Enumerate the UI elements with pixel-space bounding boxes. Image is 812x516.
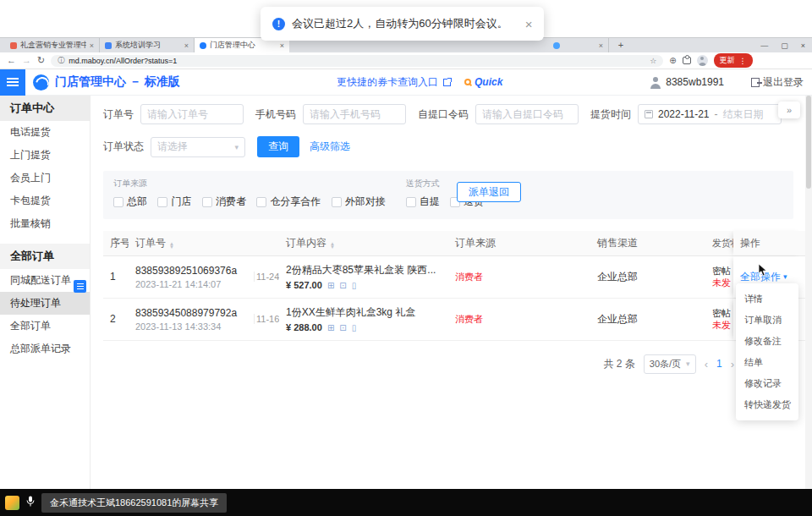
chevron-down-icon[interactable]: ▾ bbox=[783, 272, 787, 281]
pickup-time-label: 提货时间 bbox=[590, 107, 631, 122]
new-tab-button[interactable]: + bbox=[615, 40, 627, 52]
checkbox-self-pickup[interactable]: 自提 bbox=[406, 195, 440, 209]
sales-channel-cell: 企业总部 bbox=[590, 270, 710, 284]
logout-button[interactable]: 退出登录 bbox=[751, 75, 804, 90]
panel-expand-button[interactable]: » bbox=[778, 102, 800, 118]
checkbox-box[interactable] bbox=[202, 197, 212, 207]
checkbox-store[interactable]: 门店 bbox=[157, 195, 191, 209]
tab-close-icon[interactable]: × bbox=[184, 41, 189, 50]
order-content-text: 1份XX生鲜羊肉礼盒3kg 礼盒 bbox=[286, 305, 442, 320]
order-no-input[interactable] bbox=[140, 104, 244, 124]
prev-page-button[interactable]: ‹ bbox=[705, 358, 708, 371]
site-info-icon[interactable]: ⓘ bbox=[58, 56, 64, 65]
date-range-picker[interactable]: 2022-11-21 - 结束日期 bbox=[638, 104, 782, 124]
sort-icon[interactable]: ▲▼ bbox=[330, 242, 335, 249]
checkbox-label: 消费者 bbox=[216, 195, 246, 209]
checkbox-hq[interactable]: 总部 bbox=[113, 195, 147, 209]
toast-close-icon[interactable]: × bbox=[525, 17, 533, 31]
tab-favicon bbox=[553, 42, 560, 49]
info-icon: ! bbox=[272, 18, 285, 30]
sidebar-toggle-button[interactable] bbox=[0, 69, 25, 96]
menu-item-edit-log[interactable]: 修改记录 bbox=[736, 373, 798, 394]
sidebar-item-pending-orders[interactable]: 待处理订单 bbox=[0, 292, 90, 315]
user-account[interactable]: 8385wb1991 bbox=[649, 76, 724, 89]
pagination: 共 2 条 30条/页 ▾ ‹ 1 › bbox=[91, 354, 734, 374]
browser-tab-1[interactable]: 礼盒营销专业管理中心 × bbox=[5, 38, 100, 52]
back-icon[interactable]: ← bbox=[7, 56, 16, 65]
forward-icon[interactable]: → bbox=[22, 56, 31, 65]
sidebar-item-phone-pickup[interactable]: 电话提货 bbox=[0, 121, 90, 144]
checkbox-label: 自提 bbox=[420, 195, 440, 209]
page-scrollbar[interactable] bbox=[805, 96, 812, 489]
menu-item-express-ship[interactable]: 转快递发货 bbox=[736, 394, 798, 415]
update-label: 更新 bbox=[720, 55, 735, 66]
tab-label: 礼盒营销专业管理中心 bbox=[20, 40, 86, 51]
sidebar-item-door-pickup[interactable]: 上门提货 bbox=[0, 144, 90, 167]
tab-close-icon[interactable]: × bbox=[90, 41, 94, 50]
checkbox-box[interactable] bbox=[332, 197, 342, 207]
checkbox-box[interactable] bbox=[157, 197, 167, 207]
menu-item-detail[interactable]: 详情 bbox=[736, 288, 798, 310]
reload-icon[interactable]: ↻ bbox=[37, 56, 45, 65]
menu-item-cancel-order[interactable]: 订单取消 bbox=[736, 310, 798, 331]
checkbox-label: 外部对接 bbox=[345, 195, 386, 209]
checkbox-box[interactable] bbox=[256, 197, 266, 207]
browser-tab-partial[interactable]: × bbox=[548, 38, 609, 53]
window-minimize-icon[interactable]: — bbox=[760, 41, 768, 50]
sidebar-collapse-button[interactable] bbox=[74, 280, 86, 293]
install-icon[interactable]: ⊕ bbox=[669, 57, 676, 65]
col-header-action: 操作 bbox=[733, 231, 803, 255]
url-field[interactable]: ⓘ md.maboy.cn/AllOrder?status=1 ☆ bbox=[51, 55, 663, 67]
chrome-update-button[interactable]: 更新 ⋮ bbox=[714, 53, 753, 68]
advanced-filter-link[interactable]: 高级筛选 bbox=[310, 140, 350, 154]
coupon-query-link[interactable]: 更快捷的券卡查询入口 bbox=[337, 75, 438, 90]
pickup-code-input[interactable] bbox=[475, 104, 579, 124]
checkbox-label: 总部 bbox=[127, 195, 147, 209]
main-content: » 订单号 手机号码 自提口令码 提货时间 2022-11-21 - 结束日期 … bbox=[91, 96, 805, 489]
current-page[interactable]: 1 bbox=[716, 358, 722, 370]
sidebar-item-member-visit[interactable]: 会员上门 bbox=[0, 167, 90, 189]
bookmark-star-icon[interactable]: ☆ bbox=[650, 57, 656, 65]
checkbox-box[interactable] bbox=[406, 197, 416, 207]
sidebar-item-all-orders[interactable]: 全部订单 bbox=[0, 315, 90, 338]
next-page-button[interactable]: › bbox=[731, 358, 734, 371]
phone-icon: ▯ bbox=[352, 281, 357, 290]
page-size-select[interactable]: 30条/页 ▾ bbox=[644, 354, 696, 374]
menu-item-close-order[interactable]: 结单 bbox=[736, 352, 798, 373]
external-link-icon[interactable] bbox=[443, 79, 451, 86]
col-header-ship-status: 发货状态 bbox=[710, 237, 733, 249]
sidebar-item-card-pickup[interactable]: 卡包提货 bbox=[0, 189, 90, 212]
tab-close-icon[interactable]: × bbox=[599, 41, 603, 50]
browser-tab-2[interactable]: 系统培训学习 × bbox=[100, 38, 195, 52]
sidebar-section-all-orders[interactable]: 全部订单 bbox=[0, 244, 90, 269]
menu-item-edit-note[interactable]: 修改备注 bbox=[736, 331, 798, 352]
window-close-icon[interactable]: × bbox=[801, 41, 805, 50]
phone-input[interactable] bbox=[303, 104, 406, 124]
quick-search-link[interactable]: Quick bbox=[464, 76, 502, 88]
extensions-puzzle-icon[interactable] bbox=[683, 57, 691, 64]
gift-icon: ⊞ bbox=[327, 281, 334, 290]
user-icon bbox=[649, 76, 661, 89]
order-status-select[interactable]: 请选择 ▾ bbox=[151, 137, 245, 157]
sort-icon[interactable]: ▲▼ bbox=[169, 242, 174, 249]
checkbox-warehouse-share[interactable]: 仓分享合作 bbox=[256, 195, 321, 209]
dispatch-return-button[interactable]: 派单退回 bbox=[457, 182, 521, 202]
browser-profile-avatar[interactable] bbox=[697, 55, 708, 66]
hamburger-icon bbox=[77, 286, 84, 288]
sidebar-section-order-center[interactable]: 订单中心 bbox=[0, 96, 90, 121]
meeting-app-icon bbox=[5, 496, 19, 510]
search-button[interactable]: 查询 bbox=[257, 136, 299, 157]
checkbox-box[interactable] bbox=[113, 197, 123, 207]
window-maximize-icon[interactable]: ▢ bbox=[781, 41, 788, 50]
sidebar-item-batch-verify[interactable]: 批量核销 bbox=[0, 212, 90, 235]
checkbox-consumer[interactable]: 消费者 bbox=[202, 195, 246, 209]
tab-close-icon[interactable]: × bbox=[280, 41, 284, 50]
microphone-icon[interactable] bbox=[26, 495, 35, 510]
sidebar-item-hq-dispatch-log[interactable]: 总部派单记录 bbox=[0, 338, 90, 360]
order-content-text: 2份精品大枣85苹果礼盒装 陕西... bbox=[286, 263, 442, 277]
checkbox-external[interactable]: 外部对接 bbox=[332, 195, 386, 209]
scrollbar-thumb[interactable] bbox=[806, 96, 811, 189]
hamburger-icon bbox=[7, 81, 19, 83]
order-source-cell: 消费者 bbox=[448, 313, 590, 326]
menu-kebab-icon[interactable]: ⋮ bbox=[739, 57, 747, 65]
